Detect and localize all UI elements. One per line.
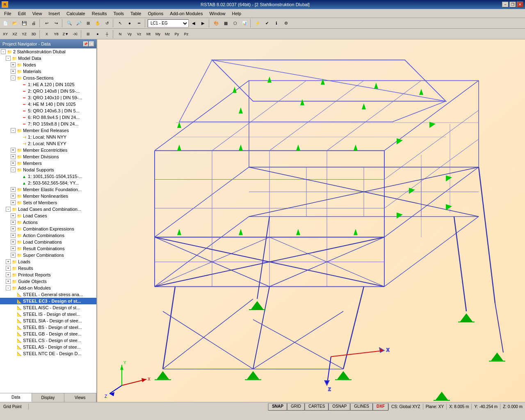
tree-item-mnonlin[interactable]: +📁Member Nonlinearities [0,193,96,199]
menu-insert[interactable]: Insert [45,9,63,18]
tree-toggle-supercomb[interactable]: + [11,253,16,258]
tree-item-steel_gb[interactable]: 📐STEEL GB - Design of stee... [0,331,96,337]
settings-button[interactable]: ⚙ [281,19,290,28]
vz-button[interactable]: Vz [135,30,144,39]
tree-toggle-lc[interactable]: + [11,213,16,218]
tree-toggle-loads[interactable]: + [6,259,11,264]
tree-item-s4[interactable]: ━4: HE M 140 | DIN 1025 [0,101,96,107]
info-button[interactable]: ℹ [272,19,281,28]
print-button[interactable]: 🖨 [29,19,38,28]
pan-button[interactable]: ✋ [93,19,102,28]
member-button[interactable]: ━ [135,19,144,28]
tree-item-steel_ntc[interactable]: 📐STEEL NTC DE - Design D... [0,350,96,357]
tree-toggle-actions[interactable]: + [11,220,16,225]
nav-pin-button[interactable]: 📌 [83,41,88,46]
tree-item-loads[interactable]: +📁Loads [0,258,96,265]
menu-view[interactable]: View [29,9,46,18]
select-button[interactable]: ↖ [116,19,125,28]
tree-item-s3[interactable]: ━3: QRO 140x10 | DIN 59-... [0,94,96,101]
tree-toggle-releases[interactable]: - [11,128,16,133]
tree-item-resultcomb[interactable]: +📁Result Combinations [0,245,96,252]
tree-toggle-setsmembers[interactable]: + [11,200,16,205]
wireframe-button[interactable]: ▦ [221,19,230,28]
tree-toggle-members[interactable]: + [11,161,16,166]
tree-toggle-guideobj[interactable]: + [6,279,11,284]
tree-item-model[interactable]: -📁Model Data [0,55,96,62]
tree-toggle-nodalsupports[interactable]: - [11,167,16,172]
snap-grid-button[interactable]: ⊞ [84,30,93,39]
tree-item-actions[interactable]: +📁Actions [0,219,96,226]
tree-item-s1[interactable]: ━1: HE A 120 | DIN 1025 [0,81,96,88]
tab-display[interactable]: Display [32,393,64,402]
save-button[interactable]: 💾 [20,19,29,28]
tab-views[interactable]: Views [64,393,96,402]
tree-toggle-eccentricities[interactable]: + [11,148,16,153]
tree-toggle-combexpr[interactable]: + [11,226,16,231]
grid-button[interactable]: GRID [287,403,305,411]
tree-toggle-sections[interactable]: - [11,75,16,80]
mz-button[interactable]: Mz [163,30,172,39]
node-button[interactable]: ● [125,19,134,28]
tree-toggle-mnonlin[interactable]: + [11,194,16,199]
tree-item-nodes[interactable]: +📁Nodes [0,62,96,68]
tree-toggle-loadcases[interactable]: - [6,207,11,212]
tree-item-sections[interactable]: -📁Cross-Sections [0,75,96,81]
tree-item-r2[interactable]: ⊣2: Local; NNN EYY [0,140,96,147]
tree-item-lc[interactable]: +📁Load Cases [0,212,96,219]
tree-item-steel_cs[interactable]: 📐STEEL CS - Design of stee... [0,337,96,344]
menu-results[interactable]: Results [89,9,110,18]
zoom-in-button[interactable]: 🔍 [65,19,74,28]
check-button[interactable]: ✔ [262,19,272,28]
render-button[interactable]: 🎨 [212,19,221,28]
tree-toggle-materials[interactable]: + [11,69,16,74]
tree-toggle-melastic[interactable]: + [11,187,16,192]
new-button[interactable]: 📄 [1,19,10,28]
tree-item-members[interactable]: +📁Members [0,160,96,167]
tree-item-releases[interactable]: -📁Member End Releases [0,127,96,134]
menu-file[interactable]: File [1,9,15,18]
tree-item-s5[interactable]: ━5: QRO 140x6.3 | DIN 5... [0,107,96,114]
rotate-button[interactable]: ↺ [103,19,112,28]
tree-item-divisions[interactable]: +📁Member Divisions [0,153,96,160]
my-button[interactable]: My [153,30,162,39]
tree-toggle-model[interactable]: - [6,56,11,61]
tree-item-r1[interactable]: ⊣1: Local; NNN NYY [0,134,96,140]
minimize-button[interactable]: − [502,2,509,7]
cartes-button[interactable]: CARTES [305,403,329,411]
view-yz-button[interactable]: YZ [20,30,29,39]
tree-item-steel_sia[interactable]: 📐STEEL SIA - Design of stee... [0,317,96,324]
disp-y-button[interactable]: Y8 [52,30,61,39]
normal-button[interactable]: N [116,30,125,39]
view-xy-button[interactable]: XY [1,30,10,39]
disp-z-button[interactable]: Z▼ [61,30,70,39]
tree-item-steel_ec3[interactable]: 📐STEEL EC3 - Design of st... [0,298,96,304]
menu-calculate[interactable]: Calculate [63,9,89,18]
restore-button[interactable]: ❐ [509,2,516,7]
tree-item-melastic[interactable]: +📁Member Elastic Foundation... [0,186,96,193]
tree-toggle-printout[interactable]: + [6,272,11,277]
tree-item-s2[interactable]: ━2: QRO 140x8 | DIN 59-... [0,88,96,94]
tree-item-setsmembers[interactable]: +📁Sets of Members [0,199,96,206]
tree-item-combexpr[interactable]: +📁Combination Expressions [0,226,96,232]
menu-table[interactable]: Table [127,9,144,18]
tree-item-printout[interactable]: +📁Printout Reports [0,272,96,278]
open-button[interactable]: 📂 [10,19,19,28]
tree-item-addons[interactable]: -📁Add-on Modules [0,285,96,291]
undo-button[interactable]: ↩ [42,19,51,28]
tree-item-ns1[interactable]: ▲1: 1001,1501-1504,1515-... [0,173,96,180]
mt-button[interactable]: Mt [144,30,153,39]
tree-toggle-results[interactable]: + [6,266,11,271]
nav-close-button[interactable]: ✕ [89,41,94,46]
tree-item-root[interactable]: -📁2 Stahlkonstruktion Dlubal [0,48,96,55]
py-button[interactable]: Py [172,30,181,39]
tree-item-eccentricities[interactable]: +📁Member Eccentricities [0,147,96,153]
close-button[interactable]: ✕ [517,2,523,7]
snap-node-button[interactable]: ● [93,30,102,39]
tree-toggle-nodes[interactable]: + [11,62,16,67]
zoom-out-button[interactable]: 🔎 [74,19,83,28]
tree-item-actioncomb[interactable]: +📁Action Combinations [0,232,96,239]
tree-item-ns2[interactable]: ▲2: 503-562,565-584; YY... [0,180,96,186]
menu-tools[interactable]: Tools [110,9,127,18]
snap-mid-button[interactable]: ┼ [103,30,112,39]
redo-button[interactable]: ↪ [52,19,61,28]
